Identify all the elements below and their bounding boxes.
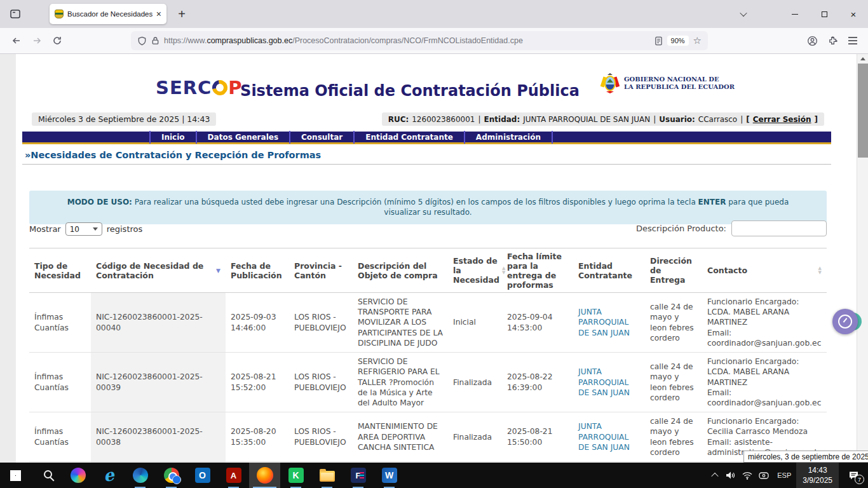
minimize-button[interactable] xyxy=(780,0,810,28)
taskbar-internet-explorer-icon[interactable]: e xyxy=(93,463,125,488)
maximize-button[interactable] xyxy=(810,0,839,28)
url-bar[interactable]: https://www.compraspublicas.gob.ec/Proce… xyxy=(131,31,708,50)
reload-icon[interactable] xyxy=(47,31,67,50)
wifi-icon[interactable] xyxy=(739,463,756,488)
column-header-descripcion[interactable]: Descripción del Objeto de compra xyxy=(353,248,448,293)
nav-item-inicio[interactable]: Inicio xyxy=(149,131,197,144)
cell-fecha_publicacion: 2025-08-20 15:35:00 xyxy=(226,412,289,462)
scrollbar-thumb[interactable] xyxy=(858,64,868,158)
system-tray: ESP 14:43 3/9/2025 7 xyxy=(707,463,868,488)
taskbar-search-button[interactable] xyxy=(31,463,62,488)
site-title: Sistema Oficial de Contratación Pública xyxy=(232,82,588,100)
cell-tipo: Ínfimas Cuantías xyxy=(29,353,91,412)
cell-estado: Finalizada xyxy=(448,353,502,412)
desktop-screen: Buscador de Necesidades de Co × + × http… xyxy=(0,0,868,488)
column-header-direccion[interactable]: Dirección de Entrega xyxy=(645,248,702,293)
browser-tab[interactable]: Buscador de Necesidades de Co × xyxy=(50,4,166,24)
tab-favicon-icon xyxy=(55,10,64,18)
taskbar-copilot-icon[interactable] xyxy=(62,463,93,488)
tray-chevron-up-icon[interactable] xyxy=(707,463,722,488)
column-header-entidad[interactable]: Entidad Contratante xyxy=(573,248,645,293)
nav-item-datos-generales[interactable]: Datos Generales xyxy=(197,131,290,144)
tray-time: 14:43 xyxy=(808,465,827,475)
cell-direccion: calle 24 de mayo y leon febres cordero xyxy=(645,293,702,353)
tab-close-icon[interactable]: × xyxy=(156,9,161,19)
url-text: https://www.compraspublicas.gob.ec/Proce… xyxy=(164,36,523,45)
search-icon xyxy=(44,470,52,478)
nav-item-consultar[interactable]: Consultar xyxy=(290,131,355,144)
records-label: registros xyxy=(107,224,143,234)
column-header-tipo[interactable]: Tipo de Necesidad xyxy=(29,248,91,293)
column-header-fecha_publicacion[interactable]: Fecha de Publicación xyxy=(226,248,289,293)
cell-entidad: JUNTA PARROQUIAL DE SAN JUAN xyxy=(573,293,645,353)
column-header-codigo[interactable]: Código de Necesidad de Contratación▼ xyxy=(91,248,226,293)
taskbar-firefox-icon[interactable] xyxy=(249,463,280,488)
acrobat-icon: A xyxy=(226,468,241,483)
cell-entidad: JUNTA PARROQUIAL DE SAN JUAN xyxy=(573,412,645,462)
close-button[interactable]: × xyxy=(839,0,868,28)
usage-note: MODO DE USO: Para realizar una búsqueda … xyxy=(29,191,827,224)
records-per-page-select[interactable]: 10 xyxy=(65,222,102,236)
column-header-estado[interactable]: Estado de la Necesidad▲▼ xyxy=(448,248,502,293)
column-header-fecha_limite[interactable]: Fecha límite para la entrega de proforma… xyxy=(502,248,573,293)
web-page: SERCP Sistema Oficial de Contratación Pú… xyxy=(0,54,868,463)
entidad-link[interactable]: JUNTA PARROQUIAL DE SAN JUAN xyxy=(578,367,630,396)
volume-icon[interactable] xyxy=(722,463,739,488)
entidad-link[interactable]: JUNTA PARROQUIAL DE SAN JUAN xyxy=(578,422,630,451)
taskbar-kaspersky-icon[interactable]: K xyxy=(280,463,311,488)
page-scrollbar[interactable] xyxy=(857,54,868,463)
show-records-control: Mostrar 10 registros xyxy=(29,222,142,236)
cell-fecha_limite: 2025-08-21 15:50:00 xyxy=(502,412,573,462)
taskbar-edge-icon[interactable] xyxy=(125,463,156,488)
taskbar-chrome-icon[interactable] xyxy=(156,463,187,488)
cell-contacto: Funcionario Encargado: LCDA. MABEL ARANA… xyxy=(702,293,827,353)
extensions-puzzle-icon[interactable] xyxy=(822,31,843,50)
forward-icon[interactable] xyxy=(27,31,47,50)
floating-assist-widget[interactable] xyxy=(832,309,858,334)
outlook-icon: O xyxy=(195,468,210,483)
scroll-up-icon[interactable] xyxy=(857,54,868,64)
column-header-provincia[interactable]: Provincia - Cantón xyxy=(289,248,353,293)
sercop-logo: SERCP xyxy=(156,77,243,98)
sort-both-icon: ▲▼ xyxy=(502,266,505,274)
column-header-contacto[interactable]: Contacto▲▼ xyxy=(702,248,827,293)
taskbar-fbs-icon[interactable]: F xyxy=(342,463,374,488)
product-description-input[interactable] xyxy=(731,220,827,236)
list-all-tabs-icon[interactable] xyxy=(735,5,752,23)
meet-now-camera-icon[interactable] xyxy=(756,463,772,488)
zoom-level-badge[interactable]: 90% xyxy=(667,36,689,46)
back-icon[interactable] xyxy=(6,31,27,50)
taskbar-file-explorer-icon[interactable] xyxy=(311,463,342,488)
cell-descripcion: MANTENIMIENTO DE AREA DEPORTIVA CANCHA S… xyxy=(353,412,448,462)
cell-descripcion: SERVICIO DE REFRIGERIO PARA EL TALLER ?P… xyxy=(353,353,448,412)
logout-link[interactable]: Cerrar Sesión xyxy=(753,115,811,124)
menu-hamburger-icon[interactable] xyxy=(843,31,863,50)
clock[interactable]: 14:43 3/9/2025 xyxy=(796,463,839,488)
table-row: Ínfimas CuantíasNIC-1260023860001-2025-0… xyxy=(29,293,827,353)
word-icon: W xyxy=(382,468,397,483)
cell-provincia: LOS RIOS - PUEBLOVIEJO xyxy=(289,293,353,353)
bookmark-star-icon[interactable]: ☆ xyxy=(693,35,702,46)
cell-fecha_publicacion: 2025-09-03 14:46:00 xyxy=(226,293,289,353)
sercop-logo-o-icon xyxy=(210,77,231,98)
nav-item-entidad-contratante[interactable]: Entidad Contratante xyxy=(355,131,465,144)
notification-center-icon[interactable]: 7 xyxy=(839,463,868,488)
account-icon[interactable] xyxy=(802,31,822,50)
filter-label: Descripción Producto: xyxy=(636,224,726,233)
ecuador-crest-icon xyxy=(600,72,620,95)
language-indicator[interactable]: ESP xyxy=(772,471,796,479)
browser-tab-bar: Buscador de Necesidades de Co × + × xyxy=(0,0,868,28)
firefox-view-icon[interactable] xyxy=(6,5,24,23)
entidad-link[interactable]: JUNTA PARROQUIAL DE SAN JUAN xyxy=(578,308,630,337)
taskbar-start-button[interactable] xyxy=(0,463,31,488)
new-tab-button[interactable]: + xyxy=(173,5,191,23)
taskbar-word-icon[interactable]: W xyxy=(374,463,405,488)
edge-icon xyxy=(133,468,148,483)
show-label: Mostrar xyxy=(29,224,61,234)
firefox-icon xyxy=(257,467,273,484)
nav-item-administración[interactable]: Administración xyxy=(465,131,553,144)
taskbar-acrobat-icon[interactable]: A xyxy=(218,463,249,488)
copilot-icon xyxy=(71,468,86,483)
taskbar-outlook-icon[interactable]: O xyxy=(187,463,218,488)
reader-mode-icon[interactable] xyxy=(654,36,663,46)
